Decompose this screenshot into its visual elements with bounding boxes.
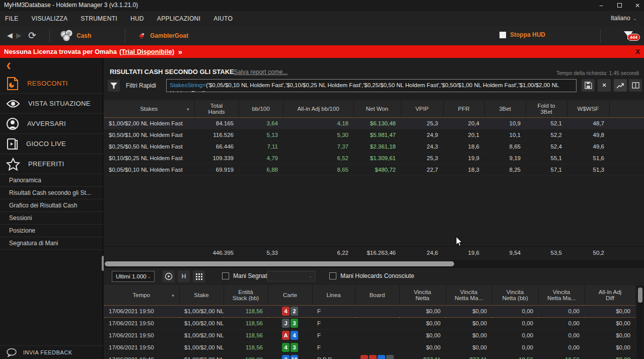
pokerstars-spade-icon: ♠ ★ — [139, 30, 148, 40]
column-header-vincita-netta-ma[interactable]: Vincita Netta Ma... — [446, 285, 492, 305]
known-holecards-checkbox[interactable] — [329, 272, 336, 279]
column-header-fold-to-3bet[interactable]: Fold to 3Bet — [526, 100, 567, 117]
save-report-link[interactable]: Salva report come... — [234, 68, 288, 76]
column-header-wswsf[interactable]: W$WSF — [567, 100, 609, 117]
quick-filter-funnel-button[interactable] — [108, 80, 120, 92]
column-header-stake[interactable]: Stake — [179, 285, 224, 305]
hand-row[interactable]: 17/06/2021 19:50 $1,00/$2,00 NL Holdem F… — [104, 341, 635, 353]
vertical-scrollbar-thumb[interactable] — [638, 288, 642, 303]
menu-hud[interactable]: HUD — [130, 15, 144, 22]
column-header-allin-adj[interactable]: All-in Adj bb/100 — [283, 100, 353, 117]
cash-tab[interactable]: Cash — [77, 32, 91, 39]
filter-funnel-button[interactable]: 444 — [623, 30, 634, 41]
banner-close-button[interactable]: X — [635, 48, 640, 55]
column-header-linea[interactable]: Linea — [312, 285, 355, 305]
column-header-net-won[interactable]: Net Won — [353, 100, 401, 117]
back-button[interactable]: ◀ — [7, 31, 13, 39]
hand-row[interactable]: 17/06/2021 19:50 $1,00/$2,00 NL Holdem F… — [104, 305, 635, 317]
column-header-tempo[interactable]: Tempo▼ — [104, 285, 179, 305]
clear-filter-button[interactable]: ✕ — [598, 79, 611, 92]
menu-aiuto[interactable]: AIUTO — [213, 15, 233, 22]
column-header-carte[interactable]: Carte — [268, 285, 312, 305]
menu-applicazioni[interactable]: APPLICAZIONI — [157, 15, 200, 22]
maximize-button[interactable] — [616, 2, 623, 9]
stop-hud-button[interactable]: Stoppa HUD — [499, 31, 545, 38]
sidebar-subitem-panoramica[interactable]: Panoramica — [0, 174, 103, 187]
stakes-filter-input[interactable]: StakesString=('$0,05/$0,10 NL Holdem Fas… — [166, 79, 577, 92]
chevron-down-icon: ⌄ — [147, 274, 151, 279]
hands-range-select[interactable]: Ultimi 1.000 ⌄ — [112, 271, 155, 282]
column-header-3bet[interactable]: 3Bet — [484, 100, 526, 117]
trial-link[interactable]: (Trial Disponibile) — [119, 48, 174, 55]
table-row[interactable]: $0,25/$0,50 NL Holdem Fast 66.446 7,11 7… — [104, 140, 644, 152]
column-header-vincita-netta[interactable]: Vincita Netta — [399, 285, 446, 305]
sidebar-item-label: PREFERITI — [28, 160, 64, 168]
table-row[interactable]: $0,50/$1,00 NL Holdem Fast 116.526 5,13 … — [104, 129, 644, 140]
sidebar-subitem-sessioni[interactable]: Sessioni — [0, 212, 103, 225]
horizontal-scrollbar-thumb[interactable] — [105, 261, 454, 266]
sidebar-item-gioco-live[interactable]: GIOCO LIVE — [0, 134, 103, 154]
marked-hands-select[interactable]: ⌄ — [267, 271, 315, 281]
hand-row[interactable]: 17/06/2021 19:50 $1,00/$2,00 NL Holdem F… — [104, 329, 635, 341]
column-header-stakes[interactable]: Stakes▼ — [104, 100, 194, 117]
column-header-spacer — [609, 100, 644, 117]
chevron-down-icon: ⌄ — [633, 16, 637, 21]
menu-visualizza[interactable]: VISUALIZZA — [32, 15, 68, 22]
maximize-icon — [617, 3, 622, 8]
column-header-pfr[interactable]: PFR — [443, 100, 484, 117]
column-header-stack-bb[interactable]: Entità Stack (bb) — [224, 285, 268, 305]
sidebar-collapse-button[interactable]: ❮ — [6, 62, 11, 69]
sidebar-item-preferiti[interactable]: PREFERITI — [0, 154, 103, 174]
hands-controls-bar: Ultimi 1.000 ⌄ H Mani Segnate — [104, 267, 644, 285]
table-row[interactable]: $1,00/$2,00 NL Holdem Fast 84.165 3,64 4… — [104, 117, 644, 129]
column-header-vpip[interactable]: VPIP — [401, 100, 443, 117]
banner-chevrons[interactable]: » — [178, 48, 182, 56]
player-name-tab[interactable]: GamblerGoat — [150, 32, 188, 39]
board-card — [369, 355, 377, 359]
window-title: MyHM3Database - Holdem Manager 3 (v3.1.2… — [4, 2, 138, 9]
sidebar-item-resoconti[interactable]: RESOCONTI — [0, 74, 103, 94]
hole-card: 4 — [282, 307, 290, 316]
sidebar-item-vista-situazione[interactable]: VISTA SITUAZIONE — [0, 94, 103, 114]
hole-card: 10 — [291, 355, 298, 359]
sidebar-subitem-risultati-cash-stake[interactable]: Risultati Cash secondo gli St... — [0, 187, 103, 199]
sidebar-item-avversari[interactable]: AVVERSARI — [0, 114, 103, 134]
vertical-scrollbar[interactable] — [637, 286, 643, 359]
refresh-button[interactable]: ⟳ — [28, 30, 36, 41]
hud-stats-button[interactable]: H — [178, 270, 190, 282]
close-button[interactable]: ✕ — [634, 2, 641, 9]
save-filter-button[interactable] — [582, 79, 595, 92]
column-header-vincita-netta-bb[interactable]: Vincita Netta (bb) — [492, 285, 538, 305]
replay-hand-button[interactable] — [163, 270, 175, 282]
forward-button[interactable]: ▶ — [16, 31, 22, 39]
marked-hands-checkbox[interactable] — [222, 272, 229, 279]
column-header-bb100[interactable]: bb/100 — [239, 100, 283, 117]
hand-row[interactable]: 17/06/2021 19:49 $1,00/$2,00 NL Holdem F… — [104, 353, 635, 359]
column-header-vincita-netta-ma-bb[interactable]: Vincita Netta Ma... — [538, 285, 585, 305]
send-feedback-button[interactable]: INVIA FEEDBACK — [0, 345, 103, 359]
hand-row[interactable]: 17/06/2021 19:50 $1,00/$2,00 NL Holdem F… — [104, 317, 635, 329]
column-header-board[interactable]: Board — [355, 285, 399, 305]
menu-strumenti[interactable]: STRUMENTI — [81, 15, 117, 22]
toolbar-divider — [49, 29, 50, 42]
language-selector[interactable]: Italiano⌄ — [611, 15, 637, 22]
menu-file[interactable]: FILE — [5, 15, 19, 22]
sort-arrow-icon: ▼ — [186, 107, 190, 112]
filter-value-line2: Holdem Fast') — [170, 89, 573, 92]
table-row[interactable]: $0,05/$0,10 NL Holdem Fast 69.919 6,88 8… — [104, 164, 644, 175]
marked-hands-label: Mani Segnate — [233, 272, 270, 279]
column-header-allin-adj-diff[interactable]: All-In Adj Diff — [585, 285, 635, 305]
stop-hud-label: Stoppa HUD — [510, 31, 545, 38]
table-row[interactable]: $0,10/$0,25 NL Holdem Fast 109.339 4,79 … — [104, 152, 644, 164]
sidebar-subitem-segnatura-mani[interactable]: Segnatura di Mani — [0, 237, 103, 250]
filter-value-line1: ('$0,05/$0,10 NL Holdem Fast','$0,10/$0,… — [206, 82, 559, 88]
column-header-total-hands[interactable]: Total Hands — [194, 100, 239, 117]
columns-layout-button[interactable] — [629, 79, 642, 92]
sidebar-subitem-grafico-risultati[interactable]: Grafico dei Risultati Cash — [0, 199, 103, 212]
minimize-button[interactable]: – — [598, 2, 605, 9]
grid-view-button[interactable] — [193, 270, 205, 282]
toolbar-divider — [600, 29, 601, 42]
sidebar-subitem-posizione[interactable]: Posizione — [0, 225, 103, 237]
chart-view-button[interactable] — [614, 79, 627, 92]
horizontal-scrollbar[interactable] — [104, 260, 644, 267]
